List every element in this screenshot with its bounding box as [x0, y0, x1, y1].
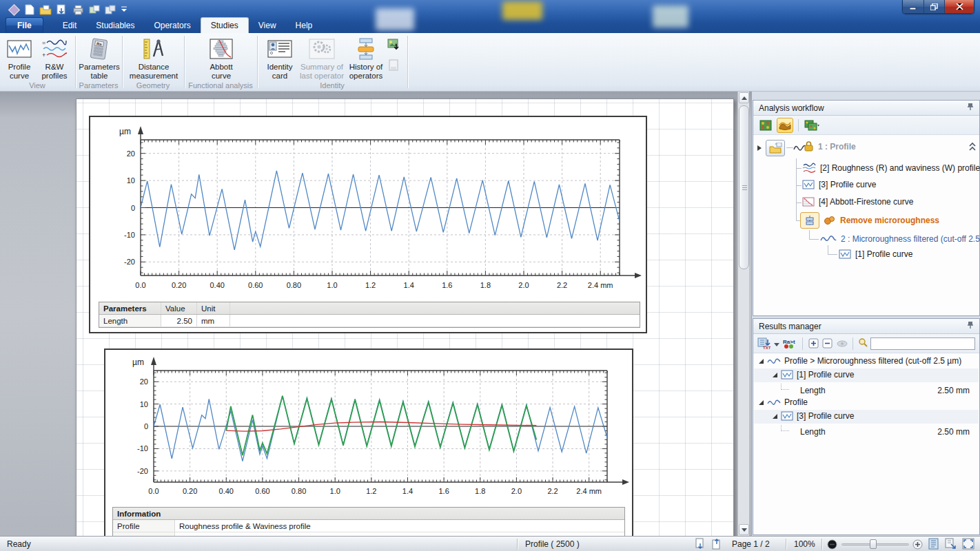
save-icon[interactable]: [57, 4, 68, 15]
profile-curve-study[interactable]: 0.00.200.400.600.801.01.21.41.61.82.02.2…: [89, 116, 647, 333]
scroll-down-button[interactable]: [739, 524, 749, 535]
svg-text:0.60: 0.60: [255, 487, 269, 495]
previous-page-icon[interactable]: [695, 538, 706, 551]
zoom-in-icon[interactable]: [912, 539, 923, 551]
parameters-table-button[interactable]: Ra Parameters table: [77, 35, 121, 81]
svg-text:1.6: 1.6: [438, 487, 449, 495]
capture-image-button[interactable]: [387, 39, 401, 54]
expander-icon[interactable]: [757, 145, 762, 151]
scrollbar-thumb[interactable]: [739, 105, 749, 269]
information-table: Information Profile Roughness profile & …: [112, 507, 625, 536]
collapse-all-icon[interactable]: [822, 336, 834, 351]
scroll-up-button[interactable]: [739, 92, 749, 103]
workflow-operator-remove-microroughness[interactable]: Remove microroughness: [800, 212, 939, 229]
table-row[interactable]: Length 2.50 mm: [99, 315, 640, 327]
summary-last-operator-button[interactable]: Summary of last operator: [299, 35, 345, 81]
tab-edit[interactable]: Edit: [53, 18, 87, 33]
expander-icon[interactable]: [773, 414, 777, 419]
rw-profiles-button[interactable]: = + R&W profiles: [37, 35, 72, 81]
zoom-out-icon[interactable]: [827, 539, 837, 551]
profile-curve-button[interactable]: Profile curve: [3, 35, 36, 81]
operator-gear-icon: [824, 216, 836, 225]
studiables-list-icon[interactable]: [804, 118, 820, 133]
eye-icon[interactable]: [836, 336, 848, 351]
results-group-row[interactable]: Profile: [759, 397, 808, 407]
tab-studiables[interactable]: Studiables: [86, 18, 144, 33]
identity-card-button[interactable]: Identity card: [262, 35, 298, 81]
tab-file[interactable]: File: [6, 17, 43, 33]
expander-icon[interactable]: [759, 359, 764, 364]
page-view-icon[interactable]: [928, 538, 940, 551]
toolbar-options-dropdown-icon[interactable]: [121, 6, 127, 13]
svg-text:0.20: 0.20: [183, 487, 197, 495]
history-operators-label: History of operators: [346, 63, 386, 81]
distance-measurement-button[interactable]: Distance measurement: [125, 35, 183, 81]
new-document-icon[interactable]: [25, 4, 34, 15]
abbott-curve-label: Abbott curve: [204, 63, 238, 81]
results-curve-row[interactable]: [3] Profile curve: [773, 411, 854, 421]
workflow-sub-item[interactable]: [1] Profile curve: [839, 249, 912, 259]
curve-small-icon: [781, 411, 793, 421]
next-page-icon[interactable]: [711, 538, 722, 551]
svg-text:1.4: 1.4: [404, 281, 414, 289]
svg-text:TXT: TXT: [763, 346, 771, 350]
results-search-input[interactable]: [870, 337, 975, 350]
results-group-row[interactable]: Profile > Microroughness filtered (cut-o…: [759, 356, 961, 366]
tab-studies[interactable]: Studies: [201, 17, 249, 33]
results-group-label: Profile: [784, 397, 808, 407]
results-param-name: Length: [800, 427, 826, 437]
surfaces-view-icon[interactable]: [757, 118, 774, 133]
zoom-slider-thumb[interactable]: [870, 539, 877, 549]
pin-icon[interactable]: [967, 321, 974, 331]
export-txt-icon[interactable]: TXT: [757, 336, 771, 351]
results-param-row[interactable]: Length 2.50 mm: [753, 384, 979, 397]
results-curve-row[interactable]: [1] Profile curve: [773, 370, 854, 380]
svg-text:1.4: 1.4: [402, 487, 413, 495]
svg-text:0.0: 0.0: [135, 281, 145, 289]
close-button[interactable]: [945, 0, 974, 13]
workflow-item-rw-profiles[interactable]: [2] Roughness (R) and waviness (W) profi…: [802, 163, 980, 174]
collapse-chevron-icon[interactable]: [968, 142, 977, 152]
history-operators-button[interactable]: History of operators: [346, 35, 386, 81]
fit-window-icon[interactable]: [962, 538, 974, 551]
parameters-filter-icon[interactable]: Ra>t: [782, 336, 797, 351]
continuous-view-icon[interactable]: [944, 538, 957, 551]
ribbon: Profile curve = + R&W profiles View Ra: [0, 33, 980, 92]
tab-operators[interactable]: Operators: [144, 18, 200, 33]
results-tree: Profile > Microroughness filtered (cut-o…: [753, 355, 979, 534]
status-bar: Ready Profile ( 2500 ) Page 1 / 2 100%: [0, 536, 980, 551]
tab-view[interactable]: View: [249, 18, 286, 33]
col-value: Value: [161, 302, 197, 314]
quick-access-toolbar: [8, 3, 127, 16]
status-page-indicator[interactable]: Page 1 / 2: [732, 539, 770, 549]
print-icon[interactable]: [72, 5, 84, 15]
expander-icon[interactable]: [773, 373, 777, 377]
workflow-export-icon[interactable]: [89, 5, 100, 15]
restore-button[interactable]: [924, 0, 946, 13]
report-page-button[interactable]: [389, 59, 399, 74]
minimize-button[interactable]: [903, 0, 924, 13]
pin-icon[interactable]: [967, 103, 974, 113]
lock-icon: [804, 141, 813, 152]
results-param-row[interactable]: Length 2.50 mm: [753, 425, 979, 439]
table-row[interactable]: Profile Roughness profile & Waviness pro…: [113, 520, 624, 532]
workflow-view-icon[interactable]: [777, 118, 793, 133]
workflow-item-profile-curve[interactable]: [3] Profile curve: [802, 180, 876, 189]
tab-help[interactable]: Help: [286, 18, 323, 33]
abbott-curve-button[interactable]: Abbott curve: [204, 35, 238, 81]
studiable-button[interactable]: [766, 140, 785, 156]
profile-chart: 0.00.200.400.600.801.01.21.41.61.82.02.2…: [90, 118, 646, 299]
status-zoom-level[interactable]: 100%: [794, 539, 815, 549]
rw-profiles-study[interactable]: 0.00.200.400.600.801.01.21.41.61.82.02.2…: [104, 349, 633, 536]
curve-small-icon: [839, 249, 851, 259]
vertical-scrollbar[interactable]: [737, 92, 749, 536]
export-dropdown-icon[interactable]: [774, 337, 779, 350]
workflow-item-abbott-curve[interactable]: [4] Abbott-Firestone curve: [802, 197, 913, 207]
send-document-icon[interactable]: [105, 5, 116, 15]
group-label-view: View: [0, 81, 74, 90]
workflow-sub-root[interactable]: 2 : Microroughness filtered (cut-off 2.5…: [820, 233, 980, 244]
expand-all-icon[interactable]: [808, 336, 819, 351]
svg-text:=: =: [42, 39, 45, 46]
open-folder-icon[interactable]: [39, 5, 52, 15]
expander-icon[interactable]: [759, 400, 764, 405]
